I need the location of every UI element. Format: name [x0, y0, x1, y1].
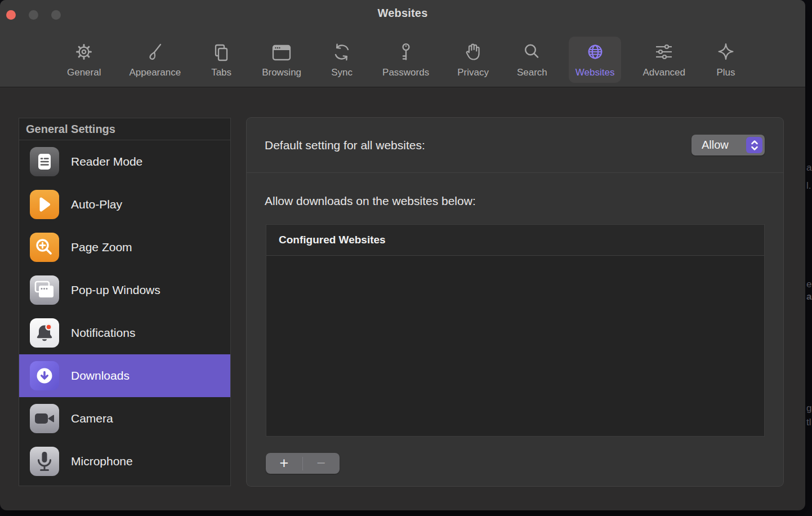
sliders-icon	[652, 40, 676, 66]
sidebar-header: General Settings	[19, 118, 230, 140]
sidebar-item-label: Camera	[71, 412, 113, 425]
toolbar-item-general[interactable]: General	[60, 37, 108, 83]
sync-arrows-icon	[329, 40, 354, 66]
toolbar-item-privacy[interactable]: Privacy	[450, 37, 496, 83]
sidebar-item-microphone[interactable]: Microphone	[19, 440, 230, 483]
background-text-fragment: a	[806, 162, 811, 174]
toolbar-item-label: Tabs	[211, 67, 231, 78]
add-remove-button-group: + −	[266, 453, 340, 474]
allow-downloads-label: Allow downloads on the websites below:	[265, 194, 476, 208]
preferences-content: General Settings Re	[0, 88, 805, 510]
sidebar-item-label: Reader Mode	[71, 155, 142, 168]
background-text-fragment: tl	[806, 417, 811, 428]
toolbar-item-label: Browsing	[262, 67, 301, 78]
toolbar-item-advanced[interactable]: Advanced	[636, 37, 692, 83]
key-icon	[394, 40, 418, 66]
toolbar-item-passwords[interactable]: Passwords	[376, 37, 436, 83]
dropdown-chevrons-icon	[746, 137, 762, 153]
magnifier-icon	[520, 40, 545, 66]
sidebar-item-label: Pop-up Windows	[71, 283, 160, 297]
toolbar-item-label: Advanced	[643, 67, 685, 78]
preferences-toolbar: Websites General	[0, 0, 805, 87]
globe-icon	[583, 40, 608, 66]
sidebar-item-label: Page Zoom	[71, 241, 132, 254]
toolbar-item-search[interactable]: Search	[510, 37, 554, 83]
camera-icon	[30, 404, 59, 433]
toolbar-item-appearance[interactable]: Appearance	[122, 37, 188, 83]
configured-websites-column-header: Configured Websites	[266, 225, 764, 256]
default-setting-label: Default setting for all websites:	[265, 139, 425, 152]
downloads-settings-panel: Default setting for all websites: Allow …	[246, 117, 784, 487]
configured-websites-table-body[interactable]	[266, 256, 764, 436]
sidebar-item-downloads[interactable]: Downloads	[19, 354, 230, 397]
toolbar-item-label: Websites	[575, 67, 615, 78]
toolbar-item-label: General	[67, 67, 101, 78]
default-setting-dropdown[interactable]: Allow	[691, 135, 765, 155]
background-text-fragment: g	[806, 403, 811, 414]
sparkle-icon	[713, 40, 738, 66]
sidebar-item-label: Auto-Play	[71, 198, 122, 211]
background-text-fragment: l.	[806, 180, 811, 192]
microphone-icon	[30, 447, 59, 476]
sidebar-item-page-zoom[interactable]: Page Zoom	[19, 226, 230, 269]
sidebar-item-auto-play[interactable]: Auto-Play	[19, 183, 230, 226]
sidebar-item-notifications[interactable]: Notifications	[19, 312, 230, 354]
notifications-bell-icon	[30, 318, 59, 348]
toolbar-item-label: Plus	[716, 67, 735, 78]
hand-icon	[461, 40, 485, 66]
configured-websites-table[interactable]: Configured Websites	[266, 224, 765, 437]
toolbar-item-browsing[interactable]: Browsing	[255, 37, 308, 83]
gear-icon	[72, 40, 96, 66]
toolbar-tabs: General Appearance Tab	[0, 37, 805, 83]
auto-play-icon	[30, 190, 59, 219]
sidebar-item-label: Microphone	[71, 455, 133, 468]
toolbar-item-tabs[interactable]: Tabs	[202, 37, 240, 83]
page-zoom-icon	[30, 233, 59, 262]
toolbar-item-label: Appearance	[129, 67, 181, 78]
toolbar-item-plus[interactable]: Plus	[707, 37, 745, 83]
browser-window-icon	[269, 40, 294, 66]
add-website-button[interactable]: +	[266, 454, 302, 473]
paintbrush-icon	[142, 40, 167, 66]
sidebar-item-label: Downloads	[71, 369, 130, 382]
background-text-fragment: e	[806, 279, 811, 290]
window-title: Websites	[0, 7, 805, 20]
sidebar-item-label: Notifications	[71, 326, 135, 340]
toolbar-item-label: Passwords	[382, 67, 429, 78]
toolbar-item-websites[interactable]: Websites	[569, 37, 622, 83]
sidebar-item-reader-mode[interactable]: Reader Mode	[19, 140, 230, 183]
safari-preferences-window: Websites General	[0, 0, 805, 510]
sidebar-item-popup-windows[interactable]: Pop-up Windows	[19, 269, 230, 312]
download-arrow-icon	[30, 361, 59, 390]
toolbar-item-label: Privacy	[457, 67, 489, 78]
sidebar: General Settings Re	[19, 118, 231, 486]
popup-windows-icon	[30, 275, 59, 305]
reader-mode-icon	[30, 147, 59, 176]
toolbar-item-label: Search	[517, 67, 547, 78]
remove-website-button[interactable]: −	[303, 454, 340, 473]
dropdown-value: Allow	[702, 139, 729, 152]
toolbar-item-sync[interactable]: Sync	[323, 37, 361, 83]
sidebar-item-camera[interactable]: Camera	[19, 397, 230, 440]
tabs-icon	[209, 40, 234, 66]
background-text-fragment: a	[806, 291, 811, 303]
toolbar-item-label: Sync	[331, 67, 353, 78]
